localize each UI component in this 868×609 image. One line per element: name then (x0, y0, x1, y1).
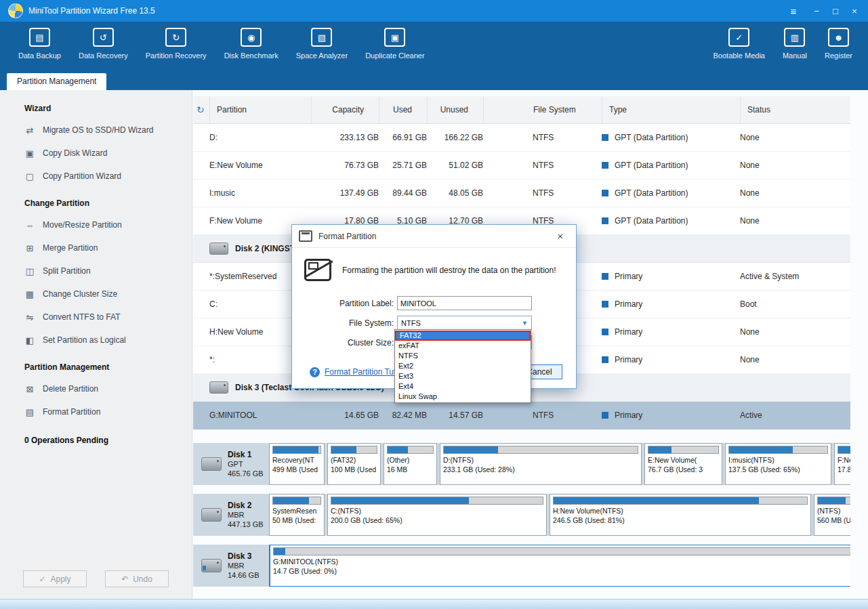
diskmap-partition[interactable]: E:New Volume(76.7 GB (Used: 3 (644, 443, 722, 485)
usage-bar-fill (444, 446, 498, 453)
sidebar-item-format-partition[interactable]: ▤Format Partition (0, 400, 192, 423)
refresh-icon[interactable]: ↻ (197, 96, 205, 123)
partition-label-input[interactable] (397, 296, 532, 310)
dropdown-option-ext4[interactable]: Ext4 (395, 381, 531, 392)
diskmap-partition[interactable]: (FAT32)100 MB (Used (327, 443, 381, 485)
partition-type-icon (602, 190, 608, 196)
type-label: Primary (615, 272, 642, 281)
cell-status: Boot (740, 299, 850, 309)
toolbar-item-duplicate-cleaner[interactable]: ▣Duplicate Cleaner (356, 25, 433, 60)
cell-type: Primary (602, 272, 740, 281)
column-header-status[interactable]: Status (740, 96, 850, 123)
column-header-capacity[interactable]: Capacity (311, 96, 379, 123)
sidebar-heading: Partition Management (24, 362, 192, 372)
close-button[interactable]: × (845, 0, 864, 22)
sidebar-item-convert-ntfs-to-fat[interactable]: ⇋Convert NTFS to FAT (0, 306, 192, 329)
usage-bar (728, 446, 828, 454)
file-system-select[interactable]: NTFS ▼ (397, 316, 532, 330)
diskmap-partition[interactable]: H:New Volume(NTFS)246.5 GB (Used: 81%) (550, 494, 811, 536)
usage-bar-fill (273, 497, 309, 504)
partition-name: SystemResen (272, 507, 321, 516)
minimize-button[interactable]: − (807, 0, 826, 22)
maximize-button[interactable]: □ (826, 0, 845, 22)
partition-size: 499 MB (Used (272, 465, 321, 475)
duplicate-cleaner-icon: ▣ (384, 28, 405, 47)
cell-type: Primary (602, 411, 740, 420)
column-header-used[interactable]: Used (379, 96, 427, 123)
sidebar-item-label: Move/Resize Partition (43, 220, 122, 230)
undo-button[interactable]: ↶ Undo (105, 570, 169, 587)
cell-capacity: 14.65 GB (311, 411, 379, 420)
toolbar-item-space-analyzer[interactable]: ▧Space Analyzer (287, 25, 356, 60)
toolbar-item-partition-recovery[interactable]: ↻Partition Recovery (137, 25, 215, 60)
toolbar-item-data-backup[interactable]: ▤Data Backup (9, 25, 70, 60)
partition-type-icon (602, 134, 608, 141)
sidebar-item-copy-partition-wizard[interactable]: ▢Copy Partition Wizard (0, 165, 192, 188)
sidebar-item-set-partition-as-logical[interactable]: ◧Set Partition as Logical (0, 329, 192, 352)
sidebar-item-delete-partition[interactable]: ⊠Delete Partition (0, 377, 192, 400)
dropdown-option-ext3[interactable]: Ext3 (395, 371, 531, 381)
sidebar-heading: Change Partition (24, 198, 192, 208)
tab-partition-management[interactable]: Partition Management (7, 73, 106, 90)
cell-partition: E:New Volume (209, 161, 311, 170)
column-header-unused[interactable]: Unused (427, 96, 483, 123)
diskmap-partition[interactable]: SystemResen50 MB (Used: (269, 494, 325, 536)
sidebar-item-move-resize-partition[interactable]: ⇔Move/Resize Partition (0, 213, 192, 236)
disk-icon (209, 243, 228, 255)
undo-button-label: Undo (133, 574, 152, 584)
usage-bar (817, 497, 850, 505)
sidebar-item-merge-partition[interactable]: ⊞Merge Partition (0, 236, 192, 259)
toolbar-item-label: Data Backup (18, 51, 61, 60)
diskmap-partition[interactable]: Recovery(NT499 MB (Used (269, 443, 325, 485)
title-bar: MiniTool Partition Wizard Free 13.5 ≡ − … (0, 0, 868, 22)
format-partition-dialog: Format Partition × Formating the partiti… (291, 224, 577, 389)
dropdown-option-fat32[interactable]: FAT32 (395, 331, 531, 341)
disk-name: Disk 2 (228, 501, 264, 511)
sidebar-item-change-cluster-size[interactable]: ▦Change Cluster Size (0, 282, 192, 306)
partition-type-icon (602, 356, 608, 363)
diskmap-partition[interactable]: I:music(NTFS)137.5 GB (Used: 65%) (725, 443, 831, 485)
partition-row[interactable]: E:New Volume76.73 GB25.71 GB51.02 GBNTFS… (193, 152, 850, 180)
toolbar-item-register[interactable]: ☻Register (816, 25, 861, 60)
cluster-size-label: Cluster Size: (299, 338, 394, 348)
toolbar-item-disk-benchmark[interactable]: ◉Disk Benchmark (215, 25, 287, 60)
diskmap-partition[interactable]: G:MINITOOL(NTFS)14.7 GB (Used: 0%) (269, 545, 850, 587)
convert-ntfs-icon: ⇋ (24, 312, 35, 322)
column-header-file-system[interactable]: File System (483, 96, 602, 123)
sidebar-item-migrate-os-to-ssd-hd-wizard[interactable]: ⇄Migrate OS to SSD/HD Wizard (0, 119, 192, 142)
partition-row[interactable]: D:233.13 GB66.91 GB166.22 GBNTFSGPT (Dat… (193, 124, 850, 152)
sidebar-item-split-partition[interactable]: ◫Split Partition (0, 259, 192, 282)
cell-unused: 14.57 GB (427, 411, 483, 420)
cell-unused: 48.05 GB (427, 188, 483, 198)
partition-row[interactable]: G:MINITOOL14.65 GB82.42 MB14.57 GBNTFSPr… (193, 402, 850, 429)
column-header-type[interactable]: Type (602, 96, 740, 123)
toolbar-item-bootable-media[interactable]: ✓Bootable Media (705, 25, 774, 60)
diskmap-partition[interactable]: (NTFS)560 MB (Use (814, 494, 850, 536)
diskmap-partition[interactable]: F:New Volum17.8 GB (Use (834, 443, 850, 485)
sidebar-item-label: Delete Partition (43, 384, 98, 394)
diskmap-partition[interactable]: C:(NTFS)200.0 GB (Used: 65%) (327, 494, 547, 536)
disk-name: Disk 3 (228, 551, 259, 562)
type-label: GPT (Data Partition) (615, 216, 688, 226)
hamburger-menu-icon[interactable]: ≡ (784, 0, 803, 22)
partition-size: 246.5 GB (Used: 81%) (553, 516, 808, 526)
help-icon[interactable]: ? (310, 367, 320, 377)
dialog-close-icon[interactable]: × (552, 230, 569, 242)
dropdown-option-exfat[interactable]: exFAT (395, 341, 531, 351)
diskmap-partition[interactable]: D:(NTFS)233.1 GB (Used: 28%) (440, 443, 642, 485)
toolbar-item-manual[interactable]: ▥Manual (774, 25, 816, 60)
column-header-partition[interactable]: Partition (209, 96, 311, 123)
dropdown-option-ext2[interactable]: Ext2 (395, 361, 531, 371)
toolbar-left: ▤Data Backup↺Data Recovery↻Partition Rec… (9, 25, 434, 60)
partition-row[interactable]: I:music137.49 GB89.44 GB48.05 GBNTFSGPT … (193, 180, 850, 207)
operations-pending-label: 0 Operations Pending (24, 436, 192, 445)
dropdown-option-ntfs[interactable]: NTFS (395, 351, 531, 361)
cell-status: None (740, 133, 850, 142)
diskmap-partition[interactable]: (Other)16 MB (384, 443, 437, 485)
apply-button-label: Apply (51, 574, 71, 584)
toolbar-item-data-recovery[interactable]: ↺Data Recovery (70, 25, 137, 60)
sidebar-item-copy-disk-wizard[interactable]: ▣Copy Disk Wizard (0, 142, 192, 165)
dropdown-option-linux-swap[interactable]: Linux Swap (395, 392, 531, 402)
partition-label-label: Partition Label: (299, 299, 394, 308)
apply-button[interactable]: ✓ Apply (23, 570, 87, 587)
